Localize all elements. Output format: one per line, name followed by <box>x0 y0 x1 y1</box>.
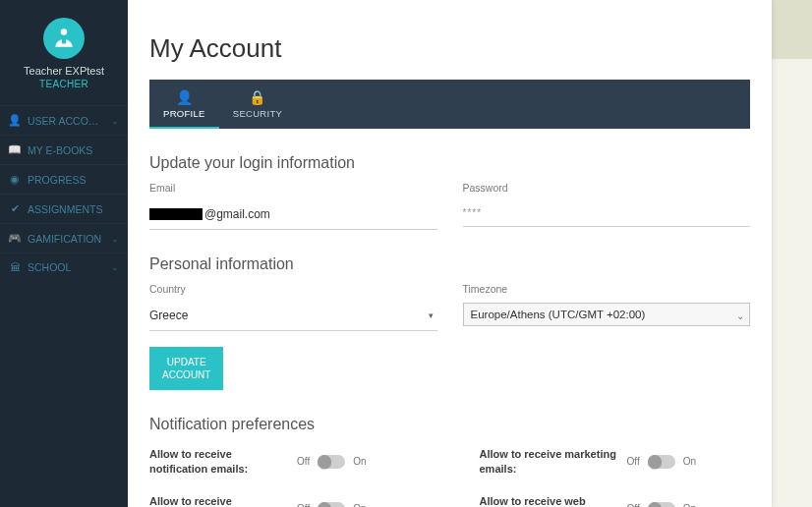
personal-info-section: Personal information Country Greece ▾ Ti… <box>149 255 750 390</box>
toggle-on-label: On <box>683 503 696 507</box>
toggle-off-label: Off <box>627 503 640 507</box>
country-value: Greece <box>149 309 188 322</box>
book-icon: 📖 <box>9 143 21 156</box>
notif-row: Allow to receive educational emails: Off… <box>149 494 421 507</box>
chevron-down-icon: ⌄ <box>111 234 119 244</box>
sidebar-item-ebooks[interactable]: 📖 MY E-BOOKS <box>0 135 128 164</box>
toggle-off-label: Off <box>627 456 640 467</box>
caret-down-icon: ▾ <box>429 310 434 320</box>
country-field-wrap: Country Greece ▾ <box>149 283 437 331</box>
section-heading: Personal information <box>149 255 750 273</box>
gamepad-icon: 🎮 <box>9 232 21 245</box>
notif-col-right: Allow to receive marketing emails: Off O… <box>480 447 751 507</box>
timezone-field-wrap: Timezone ⌄ <box>463 283 751 331</box>
sidebar-item-label: MY E-BOOKS <box>28 144 119 156</box>
sidebar-nav: 👤 USER ACCOUNT ⌄ 📖 MY E-BOOKS ◉ PROGRESS… <box>0 105 128 281</box>
tab-bar: 👤 PROFILE 🔒 SECURITY <box>149 80 750 129</box>
country-label: Country <box>149 283 437 295</box>
check-icon: ✔ <box>9 202 21 215</box>
main-panel: My Account 👤 PROFILE 🔒 SECURITY Update y… <box>128 0 772 507</box>
sidebar-item-assignments[interactable]: ✔ ASSIGNMENTS <box>0 194 128 223</box>
toggle-on-label: On <box>353 503 366 507</box>
notif-col-left: Allow to receive notification emails: Of… <box>149 447 421 507</box>
password-label: Password <box>463 182 751 194</box>
section-heading: Update your login information <box>149 154 750 172</box>
notification-prefs-section: Notification preferences Allow to receiv… <box>149 416 750 507</box>
svg-point-0 <box>61 28 68 35</box>
brand-logo-icon <box>43 18 85 59</box>
password-field-wrap: Password **** <box>463 182 751 230</box>
password-field[interactable]: **** <box>463 201 751 227</box>
tab-label: PROFILE <box>163 108 205 119</box>
notif-label: Allow to receive notification emails: <box>149 447 287 477</box>
email-field-wrap: Email @gmail.com <box>149 182 437 230</box>
toggle-switch[interactable] <box>318 502 345 507</box>
sidebar-item-label: ASSIGNMENTS <box>28 203 119 215</box>
chevron-down-icon: ⌄ <box>111 262 119 272</box>
toggle-switch[interactable] <box>648 455 675 469</box>
building-icon: 🏛 <box>9 261 21 273</box>
brand-role: TEACHER <box>5 79 123 89</box>
country-select[interactable]: Greece ▾ <box>149 303 437 331</box>
page-title: My Account <box>149 33 750 64</box>
sidebar-item-label: SCHOOL <box>28 261 104 273</box>
sidebar-item-label: PROGRESS <box>28 174 119 186</box>
email-domain: @gmail.com <box>204 207 270 221</box>
timezone-select[interactable] <box>463 303 751 326</box>
notif-row: Allow to receive marketing emails: Off O… <box>480 447 751 477</box>
sidebar-item-school[interactable]: 🏛 SCHOOL ⌄ <box>0 253 128 281</box>
notif-label: Allow to receive educational emails: <box>149 494 287 507</box>
sidebar: Teacher EXPtest TEACHER 👤 USER ACCOUNT ⌄… <box>0 0 128 507</box>
timezone-label: Timezone <box>463 283 751 295</box>
notif-row: Allow to receive web notifications: Off … <box>480 494 751 507</box>
sidebar-item-gamification[interactable]: 🎮 GAMIFICATION ⌄ <box>0 223 128 253</box>
svg-rect-1 <box>62 37 66 43</box>
toggle-switch[interactable] <box>648 502 675 507</box>
brand-username: Teacher EXPtest <box>5 65 123 77</box>
toggle-off-label: Off <box>297 456 310 467</box>
notif-row: Allow to receive notification emails: Of… <box>149 447 421 477</box>
email-field[interactable]: @gmail.com <box>149 201 437 230</box>
target-icon: ◉ <box>9 173 21 186</box>
sidebar-item-label: USER ACCOUNT <box>28 115 104 127</box>
toggle-switch[interactable] <box>318 455 345 469</box>
tab-label: SECURITY <box>233 108 282 119</box>
chevron-down-icon: ⌄ <box>111 116 119 126</box>
notif-label: Allow to receive marketing emails: <box>480 447 617 477</box>
sidebar-item-label: GAMIFICATION <box>28 233 104 245</box>
redacted-local-part <box>149 208 203 220</box>
login-info-section: Update your login information Email @gma… <box>149 154 750 230</box>
brand-block: Teacher EXPtest TEACHER <box>0 0 128 99</box>
person-icon: 👤 <box>163 89 205 105</box>
section-heading: Notification preferences <box>149 416 750 433</box>
update-account-button[interactable]: UPDATE ACCOUNT <box>149 347 223 390</box>
person-icon: 👤 <box>9 114 21 127</box>
sidebar-item-progress[interactable]: ◉ PROGRESS <box>0 164 128 194</box>
lock-icon: 🔒 <box>233 89 282 105</box>
toggle-off-label: Off <box>297 503 310 507</box>
email-label: Email <box>149 182 437 194</box>
password-mask: **** <box>463 207 483 218</box>
toggle-on-label: On <box>683 456 696 467</box>
notif-label: Allow to receive web notifications: <box>480 494 617 507</box>
sidebar-item-user-account[interactable]: 👤 USER ACCOUNT ⌄ <box>0 105 128 135</box>
toggle-on-label: On <box>353 456 366 467</box>
tab-profile[interactable]: 👤 PROFILE <box>149 80 219 129</box>
tab-security[interactable]: 🔒 SECURITY <box>219 80 296 129</box>
